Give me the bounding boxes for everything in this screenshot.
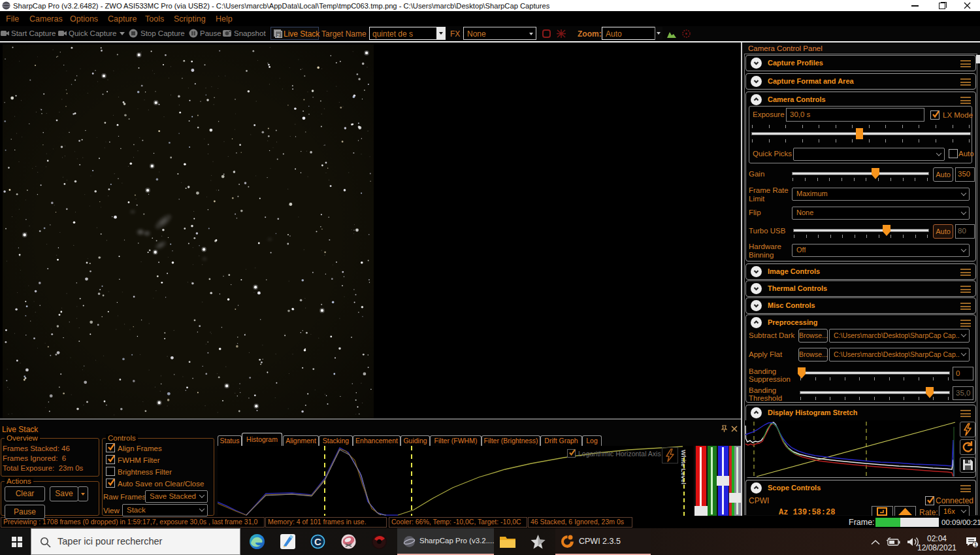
svg-text:C: C <box>314 536 321 547</box>
svg-text:2: 2 <box>277 33 280 39</box>
svg-text:1: 1 <box>974 541 977 548</box>
